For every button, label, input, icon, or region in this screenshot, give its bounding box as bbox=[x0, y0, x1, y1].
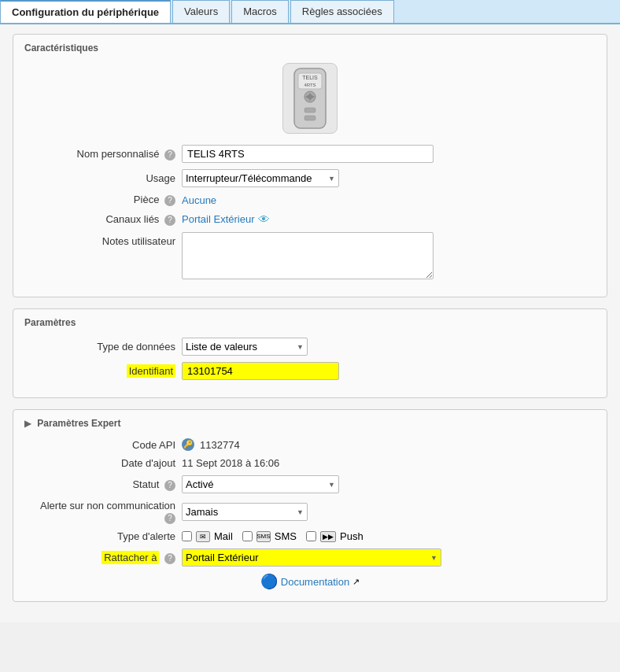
select-wrapper-usage: Interrupteur/Télécommande bbox=[182, 169, 339, 187]
section-parametres-expert: ▶ Paramètres Expert Code API 🔑 1132774 D… bbox=[13, 409, 607, 602]
label-notes: Notes utilisateur bbox=[24, 232, 182, 247]
svg-text:4RTS: 4RTS bbox=[304, 83, 316, 87]
row-piece: Pièce ? Aucune bbox=[24, 194, 596, 206]
select-type-donnees[interactable]: Liste de valeurs bbox=[182, 338, 308, 356]
select-wrapper-type-donnees: Liste de valeurs bbox=[182, 338, 308, 356]
input-identifiant[interactable] bbox=[182, 362, 339, 380]
svg-rect-8 bbox=[304, 116, 316, 120]
device-image: TELIS 4RTS bbox=[282, 63, 338, 134]
row-notes: Notes utilisateur bbox=[24, 232, 596, 279]
label-alerte: Alerte sur non communication ? bbox=[24, 500, 182, 524]
row-type-alerte: Type d'alerte ✉ Mail SMS SMS ▶▶ Push bbox=[24, 530, 596, 542]
device-image-container: TELIS 4RTS bbox=[24, 63, 596, 134]
link-canaux[interactable]: Portail Extérieur bbox=[182, 213, 254, 225]
label-type-alerte: Type d'alerte bbox=[24, 530, 182, 542]
help-icon-nom[interactable]: ? bbox=[164, 150, 175, 161]
value-date-ajout: 11 Sept 2018 à 16:06 bbox=[182, 457, 279, 469]
label-piece: Pièce ? bbox=[24, 194, 182, 206]
select-alerte[interactable]: Jamais bbox=[182, 503, 308, 521]
mail-icon: ✉ bbox=[196, 531, 210, 542]
row-documentation: 🔵 Documentation ↗ bbox=[24, 573, 596, 590]
tab-bar: Configuration du périphérique Valeurs Ma… bbox=[0, 0, 620, 24]
section-parametres: Paramètres Type de données Liste de vale… bbox=[13, 308, 607, 398]
row-usage: Usage Interrupteur/Télécommande bbox=[24, 169, 596, 187]
push-label: Push bbox=[340, 530, 364, 542]
value-code-api: 1132774 bbox=[200, 439, 240, 451]
rattacher-label-text: Rattacher à bbox=[101, 551, 159, 564]
help-icon-rattacher[interactable]: ? bbox=[164, 553, 175, 564]
checkbox-row-alerte: ✉ Mail SMS SMS ▶▶ Push bbox=[182, 530, 364, 542]
textarea-notes[interactable] bbox=[182, 232, 434, 279]
label-rattacher: Rattacher à ? bbox=[24, 552, 182, 564]
row-nom: Nom personnalisé ? bbox=[24, 145, 596, 163]
row-identifiant: Identifiant bbox=[24, 362, 596, 380]
link-piece[interactable]: Aucune bbox=[182, 194, 216, 206]
label-canaux: Canaux liés ? bbox=[24, 213, 182, 226]
section-title-parametres-expert: ▶ Paramètres Expert bbox=[24, 418, 596, 430]
select-usage[interactable]: Interrupteur/Télécommande bbox=[182, 169, 339, 187]
row-statut: Statut ? Activé bbox=[24, 475, 596, 493]
label-type-donnees: Type de données bbox=[24, 341, 182, 353]
mail-label: Mail bbox=[214, 530, 233, 542]
help-icon-alerte[interactable]: ? bbox=[164, 513, 175, 524]
row-alerte: Alerte sur non communication ? Jamais bbox=[24, 500, 596, 524]
tab-valeurs[interactable]: Valeurs bbox=[172, 0, 230, 23]
eye-icon-canaux[interactable]: 👁 bbox=[258, 212, 270, 226]
row-rattacher: Rattacher à ? Portail Extérieur bbox=[24, 548, 596, 567]
help-icon-statut[interactable]: ? bbox=[164, 480, 175, 491]
select-rattacher[interactable]: Portail Extérieur bbox=[182, 548, 441, 567]
section-title-parametres: Paramètres bbox=[24, 317, 596, 330]
row-type-donnees: Type de données Liste de valeurs bbox=[24, 338, 596, 356]
section-caracteristiques: Caractéristiques TELIS 4RTS bbox=[13, 34, 607, 297]
select-wrapper-rattacher: Portail Extérieur bbox=[182, 548, 441, 567]
help-icon-canaux[interactable]: ? bbox=[164, 215, 175, 226]
label-statut: Statut ? bbox=[24, 478, 182, 491]
svg-text:TELIS: TELIS bbox=[302, 75, 318, 80]
main-content: Caractéristiques TELIS 4RTS bbox=[0, 24, 620, 622]
doc-icon: 🔵 bbox=[260, 573, 278, 590]
svg-rect-7 bbox=[304, 108, 316, 113]
tab-regles[interactable]: Règles associées bbox=[290, 0, 394, 23]
label-usage: Usage bbox=[24, 172, 182, 184]
select-wrapper-statut: Activé bbox=[182, 475, 339, 493]
sms-label: SMS bbox=[275, 530, 297, 542]
select-wrapper-alerte: Jamais bbox=[182, 503, 308, 521]
identifiant-label-text: Identifiant bbox=[127, 364, 175, 378]
label-identifiant: Identifiant bbox=[24, 365, 182, 377]
section-title-caracteristiques: Caractéristiques bbox=[24, 42, 596, 55]
api-icon: 🔑 bbox=[182, 438, 194, 451]
label-date-ajout: Date d'ajout bbox=[24, 457, 182, 469]
label-nom: Nom personnalisé ? bbox=[24, 148, 182, 161]
row-date-ajout: Date d'ajout 11 Sept 2018 à 16:06 bbox=[24, 457, 596, 469]
tab-macros[interactable]: Macros bbox=[231, 0, 289, 23]
link-documentation[interactable]: Documentation bbox=[281, 576, 349, 588]
row-canaux: Canaux liés ? Portail Extérieur 👁 bbox=[24, 212, 596, 226]
tab-config[interactable]: Configuration du périphérique bbox=[0, 0, 171, 23]
checkbox-mail[interactable] bbox=[182, 531, 192, 541]
row-code-api: Code API 🔑 1132774 bbox=[24, 438, 596, 451]
sms-icon: SMS bbox=[256, 531, 271, 542]
collapse-arrow-expert[interactable]: ▶ bbox=[24, 419, 31, 429]
checkbox-sms[interactable] bbox=[242, 531, 253, 541]
checkbox-push[interactable] bbox=[306, 531, 316, 541]
doc-external-icon: ↗ bbox=[352, 577, 360, 587]
select-statut[interactable]: Activé bbox=[182, 475, 339, 493]
help-icon-piece[interactable]: ? bbox=[164, 195, 175, 206]
push-icon: ▶▶ bbox=[320, 531, 336, 542]
input-nom[interactable] bbox=[182, 145, 434, 163]
label-code-api: Code API bbox=[24, 439, 182, 451]
